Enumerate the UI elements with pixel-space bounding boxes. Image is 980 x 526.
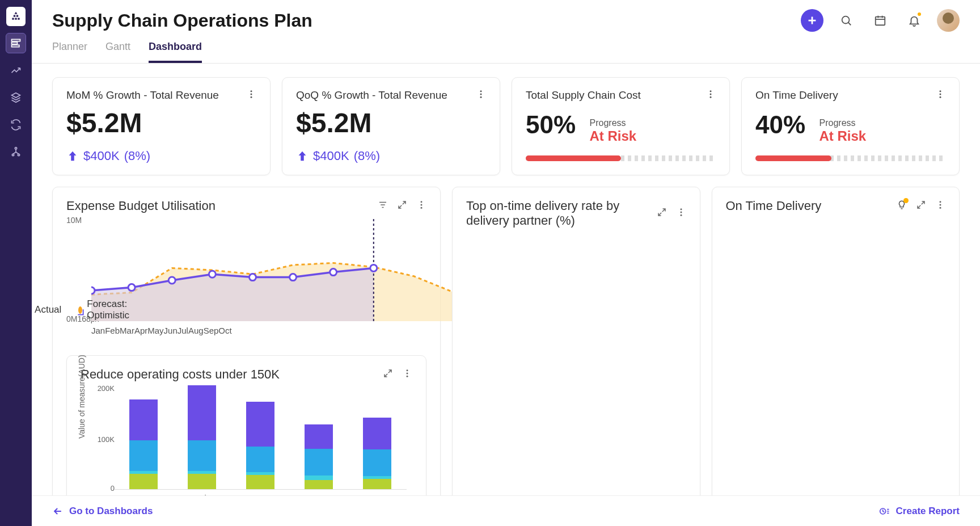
sidebar-item-org[interactable] [6,142,26,162]
footer-back-label: Go to Dashboards [69,506,153,517]
chart-title: Expense Budget Utilisation [66,199,216,213]
more-icon[interactable] [246,89,256,102]
svg-point-39 [940,204,941,206]
back-to-dashboards-button[interactable]: Go to Dashboards [52,506,153,517]
tab-dashboard[interactable]: Dashboard [149,41,202,63]
filter-icon[interactable] [378,200,388,212]
kpi-delta: $400K (8%) [66,149,256,163]
sidebar-item-trend[interactable] [6,60,26,81]
svg-point-24 [91,287,95,294]
svg-point-15 [710,94,712,95]
svg-point-30 [330,269,337,276]
kpi-card-qoq: QoQ % Growth - Total Revenue $5.2M $400K… [282,77,500,175]
svg-point-10 [251,96,252,98]
svg-rect-2 [12,45,19,47]
kpi-delta-pct: (8%) [354,149,380,163]
sidebar-item-layers[interactable] [6,87,26,108]
line-chart: 10M 0M168px JanFebMarAprMayJunJulAugSepO… [66,219,426,355]
svg-rect-7 [876,17,885,26]
kpi-title: Total Supply Chain Cost [526,89,641,102]
xtick: Jul [178,326,188,335]
svg-point-29 [290,274,297,281]
svg-rect-1 [12,42,18,44]
xtick: Sep [204,326,219,335]
expand-icon[interactable] [657,207,667,220]
calendar-button[interactable] [869,9,892,32]
svg-point-35 [680,208,682,210]
progress-label: Progress [590,118,637,128]
notifications-button[interactable] [903,9,926,32]
tabs: Planner Gantt Dashboard [32,32,980,64]
kpi-delta: $400K (8%) [296,149,486,163]
bar-column [129,399,158,489]
card-title: Top on-time delivery rate by delivery pa… [466,199,657,228]
ytick: 200K [98,384,115,393]
header-actions [801,9,960,32]
create-report-button[interactable]: Create Report [879,506,960,517]
more-icon[interactable] [416,200,426,212]
more-icon[interactable] [706,89,716,102]
more-icon[interactable] [935,89,945,102]
svg-point-9 [251,94,252,95]
svg-point-22 [420,207,422,209]
kpi-title: QoQ % Growth - Total Revenue [296,89,447,102]
expand-icon[interactable] [916,200,926,212]
svg-point-11 [480,90,482,92]
kpi-card-on-time: On Time Delivery 40% Progress At Risk [741,77,960,175]
more-icon[interactable] [676,207,686,220]
yaxis-label: Value of measure(AUD) [77,355,86,439]
card-title: On Time Delivery [726,199,822,213]
kpi-value: $5.2M [66,107,256,138]
svg-rect-0 [12,39,20,41]
svg-point-26 [168,277,175,284]
resize-corner-icon[interactable] [77,308,85,318]
bar-column [188,385,216,489]
more-icon[interactable] [402,368,412,381]
footer-create-label: Create Report [896,506,960,517]
svg-point-6 [842,16,850,24]
legend-actual: Actual [32,298,61,321]
card-delivery-rate: Top on-time delivery rate by delivery pa… [452,187,700,526]
card-on-time-delivery: On Time Delivery [712,187,960,526]
svg-point-14 [710,90,712,92]
xtick: May [147,326,163,335]
tab-gantt[interactable]: Gantt [105,41,130,63]
more-icon[interactable] [935,200,945,212]
svg-point-36 [680,212,682,213]
status-badge: At Risk [590,128,637,144]
arrow-up-icon [66,150,79,162]
svg-point-34 [406,376,408,377]
bar-column [305,424,333,489]
status-badge: At Risk [820,128,867,144]
svg-point-27 [209,271,216,277]
expand-icon[interactable] [383,368,393,381]
arrow-up-icon [296,150,309,162]
svg-point-16 [710,96,712,98]
tab-planner[interactable]: Planner [52,41,87,63]
svg-point-13 [480,96,482,98]
xtick: Feb [105,326,120,335]
expand-icon[interactable] [397,200,407,212]
more-icon[interactable] [476,89,486,102]
chart-title: Reduce operating costs under 150K [81,367,280,382]
bar-column [246,402,274,489]
svg-point-25 [128,284,135,291]
kpi-value: 50% [526,111,576,139]
svg-point-19 [940,96,941,98]
page-title: Supply Chain Operations Plan [52,10,312,31]
sidebar-item-sync[interactable] [6,115,26,135]
user-avatar[interactable] [937,9,960,32]
kpi-title: MoM % Growth - Total Revenue [66,89,219,102]
svg-point-18 [940,94,941,95]
sidebar-item-planner[interactable] [6,33,26,53]
legend-forecast: Forecast: Optimistic [78,298,133,321]
kpi-delta-amount: $400K [313,149,349,163]
sidebar [0,0,32,526]
insight-icon[interactable] [897,200,907,212]
search-button[interactable] [835,9,858,32]
kpi-card-supply-cost: Total Supply Chain Cost 50% Progress At … [512,77,730,175]
app-logo[interactable] [6,7,26,26]
kpi-delta-amount: $400K [83,149,120,163]
add-button[interactable] [801,9,823,32]
notification-dot [916,11,922,17]
